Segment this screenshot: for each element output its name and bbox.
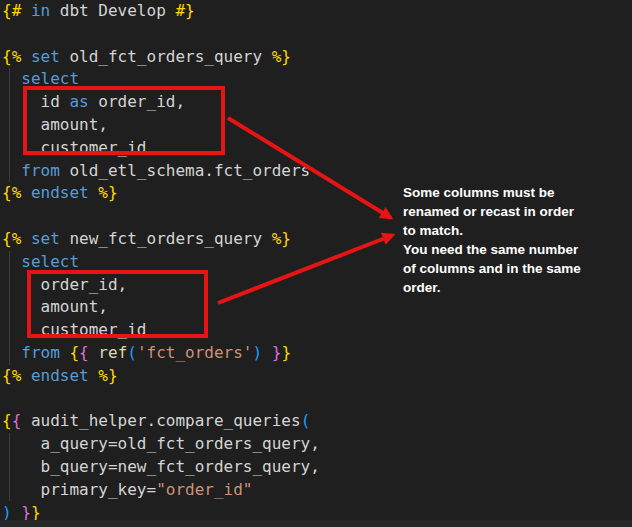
note-line: renamed or recast in order — [403, 202, 627, 221]
code-token: {% — [2, 229, 21, 248]
code-token: } — [272, 343, 282, 362]
code-token: { — [79, 343, 89, 362]
code-token: endset — [31, 366, 89, 385]
code-token — [21, 183, 31, 202]
code-token: %} — [98, 366, 117, 385]
code-line[interactable] — [2, 388, 632, 411]
code-token — [21, 229, 31, 248]
annotation-note: Some columns must berenamed or recast in… — [403, 183, 627, 297]
code-token: endset — [31, 183, 89, 202]
code-token: } — [21, 503, 31, 522]
code-token — [89, 343, 99, 362]
code-token — [12, 503, 22, 522]
code-token: 'fct_orders' — [137, 343, 253, 362]
code-token: %} — [98, 183, 117, 202]
code-line[interactable]: primary_key="order_id" — [2, 479, 632, 502]
note-line: You need the same number — [403, 240, 627, 259]
code-token — [89, 183, 99, 202]
note-line: order. — [403, 278, 627, 297]
code-token — [21, 1, 31, 20]
highlight-box-new-columns — [27, 270, 208, 338]
current-line-highlight — [0, 520, 632, 527]
code-token: old_fct_orders_query — [60, 47, 272, 66]
code-token: { — [2, 411, 12, 430]
code-token: %} — [272, 229, 291, 248]
code-line[interactable]: from {{ ref('fct_orders') }} — [2, 342, 632, 365]
code-line[interactable]: {{ audit_helper.compare_queries( — [2, 410, 632, 433]
indent-guide — [9, 251, 10, 365]
code-token: old_etl_schema.fct_orders — [60, 161, 310, 180]
code-token — [21, 366, 31, 385]
code-token: ) — [2, 503, 12, 522]
code-token — [2, 252, 21, 271]
code-token: { — [12, 411, 22, 430]
code-token: ) — [253, 343, 263, 362]
code-token — [2, 161, 21, 180]
editor-screenshot: {# in dbt Develop #}{% set old_fct_order… — [0, 0, 632, 527]
code-token — [2, 69, 21, 88]
code-token: select — [21, 252, 79, 271]
code-line[interactable]: b_query=new_fct_orders_query, — [2, 456, 632, 479]
code-token: in — [31, 1, 50, 20]
code-token: {% — [2, 183, 21, 202]
code-token: set — [31, 47, 60, 66]
code-token — [21, 47, 31, 66]
code-token: b_query=new_fct_orders_query, — [2, 457, 320, 476]
code-token: audit_helper.compare_queries — [21, 411, 300, 430]
code-token: {# — [2, 1, 21, 20]
note-line: to match. — [403, 221, 627, 240]
code-token: from — [21, 343, 60, 362]
code-token — [60, 343, 70, 362]
code-line[interactable]: {# in dbt Develop #} — [2, 0, 632, 23]
code-token: ref — [98, 343, 127, 362]
code-token: #} — [175, 1, 194, 20]
code-token: from — [21, 161, 60, 180]
code-line[interactable] — [2, 23, 632, 46]
highlight-box-old-columns — [23, 86, 225, 155]
code-line[interactable]: {% endset %} — [2, 365, 632, 388]
code-token: %} — [272, 47, 291, 66]
note-line: of columns and in the same — [403, 259, 627, 278]
code-line[interactable]: from old_etl_schema.fct_orders — [2, 160, 632, 183]
code-token: } — [31, 503, 41, 522]
code-token: a_query=old_fct_orders_query, — [2, 434, 320, 453]
code-token: {% — [2, 366, 21, 385]
code-line[interactable]: {% set old_fct_orders_query %} — [2, 46, 632, 69]
indent-guide — [9, 433, 10, 501]
code-line[interactable]: a_query=old_fct_orders_query, — [2, 433, 632, 456]
code-token — [89, 366, 99, 385]
note-line: Some columns must be — [403, 183, 627, 202]
code-token: { — [69, 343, 79, 362]
code-token: set — [31, 229, 60, 248]
code-token: "order_id" — [156, 480, 252, 499]
code-token: {% — [2, 47, 21, 66]
code-token: dbt Develop — [50, 1, 175, 20]
code-token: ( — [127, 343, 137, 362]
code-token — [262, 343, 272, 362]
code-token — [2, 343, 21, 362]
code-token: ( — [301, 411, 311, 430]
code-token: new_fct_orders_query — [60, 229, 272, 248]
indent-guide — [9, 68, 10, 182]
code-token: } — [281, 343, 291, 362]
code-token: primary_key= — [2, 480, 156, 499]
